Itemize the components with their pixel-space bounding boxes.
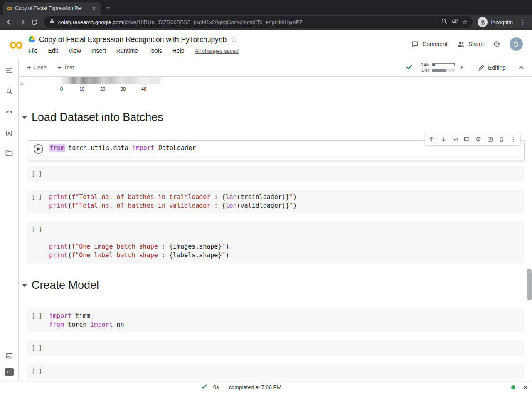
zoom-icon[interactable]	[441, 17, 448, 27]
variables-icon[interactable]: {x}	[4, 128, 14, 138]
code-token: torch	[64, 321, 90, 328]
code-editor[interactable]: import timmfrom torch import nn	[49, 312, 525, 329]
add-comment-button[interactable]	[461, 134, 473, 145]
bookmark-star-icon[interactable]: ☆	[462, 18, 468, 26]
code-token: print	[49, 202, 68, 209]
plus-icon: +	[57, 64, 62, 71]
open-in-tab-button[interactable]	[484, 134, 496, 145]
command-palette-icon[interactable]	[4, 351, 14, 361]
chevron-down-icon[interactable]: ▾	[461, 65, 463, 70]
terminal-icon[interactable]: >_	[5, 368, 14, 376]
code-cell-imports[interactable]: [ ] import timmfrom torch import nn	[27, 308, 525, 332]
move-cell-down-button[interactable]	[438, 134, 449, 145]
new-tab-button[interactable]: +	[106, 3, 111, 12]
code-cell-batch-shapes[interactable]: [ ] print(f"One image batch shape : {ima…	[27, 222, 525, 263]
code-token: (trainloader)}	[237, 193, 289, 201]
search-icon[interactable]	[4, 86, 14, 96]
code-token: )	[293, 202, 297, 209]
menu-bar: File Edit View Insert Runtime Tools Help…	[28, 47, 411, 54]
code-token: len	[225, 202, 236, 209]
link-to-cell-button[interactable]	[449, 134, 461, 145]
menu-edit[interactable]: Edit	[48, 47, 58, 54]
code-cell-dataloader[interactable]: ⚙ ⋮ from torch.utils.data import DataLoa…	[27, 140, 525, 160]
code-editor[interactable]	[49, 367, 525, 376]
code-editor[interactable]: print(f"Total no. of batches in trainloa…	[49, 193, 525, 210]
colab-favicon-icon: ∞	[7, 5, 12, 12]
code-token: print	[49, 193, 68, 201]
section-collapse-icon[interactable]	[22, 116, 27, 119]
menu-tools[interactable]: Tools	[148, 47, 162, 54]
menu-insert[interactable]: Insert	[91, 47, 106, 54]
forward-icon[interactable]	[16, 16, 28, 28]
star-notebook-icon[interactable]: ☆	[230, 35, 237, 44]
browser-menu-icon[interactable]: ⋮	[517, 18, 529, 26]
run-cell-button[interactable]	[27, 144, 49, 154]
browser-tab-strip: ∞ Copy of Facial Expression Re ✕ +	[0, 0, 532, 15]
code-token: print	[49, 243, 68, 250]
cell-prompt: [ ]	[27, 344, 49, 352]
add-code-button[interactable]: + Code	[27, 64, 47, 71]
toolbar-divider	[471, 63, 471, 73]
code-snippets-icon[interactable]: <>	[4, 107, 14, 117]
delete-cell-button[interactable]	[496, 134, 507, 145]
incognito-label: Incognito	[491, 19, 513, 25]
share-button[interactable]: Share	[457, 40, 484, 48]
files-folder-icon[interactable]	[4, 148, 14, 158]
notebook-title[interactable]: Copy of Facial Expression Recognition wi…	[39, 35, 227, 44]
browser-tab[interactable]: ∞ Copy of Facial Expression Re ✕	[3, 2, 101, 15]
settings-gear-icon[interactable]: ⚙	[493, 39, 500, 49]
tab-title: Copy of Facial Expression Re	[15, 5, 88, 11]
section-collapse-icon[interactable]	[22, 284, 27, 287]
colab-header: ∞ Copy of Facial Expression Recognition …	[0, 30, 532, 59]
table-of-contents-icon[interactable]	[4, 65, 14, 75]
cell-menu-kebab-icon[interactable]: ⋮	[507, 134, 519, 145]
code-cell-empty[interactable]: [ ]	[27, 340, 525, 356]
save-status-link[interactable]: All changes saved	[195, 48, 239, 54]
code-editor[interactable]: print(f"One image batch shape : {images.…	[49, 225, 525, 260]
avatar[interactable]: D	[510, 37, 523, 51]
code-editor[interactable]	[49, 170, 525, 178]
comment-button[interactable]: Comment	[411, 40, 448, 48]
resource-monitor[interactable]: RAM Disk ▾	[419, 63, 463, 73]
code-editor[interactable]	[49, 344, 525, 352]
url-bar[interactable]: colab.research.google.com/drive/18RUn_l5…	[44, 16, 473, 28]
menu-help[interactable]: Help	[172, 47, 185, 54]
axis-tick-label: 20	[100, 86, 105, 91]
status-time: 0s	[213, 384, 219, 390]
section-heading-load-dataset[interactable]: Load Dataset into Batches	[22, 111, 525, 124]
tab-close-icon[interactable]: ✕	[91, 5, 97, 11]
menu-file[interactable]: File	[28, 47, 38, 54]
cell-prompt: [ ]	[27, 170, 49, 178]
code-cell-empty[interactable]: [ ]	[27, 364, 525, 379]
section-title: Create Model	[32, 279, 99, 292]
code-token: torch.utils.data	[64, 144, 132, 152]
chevron-up-icon[interactable]	[518, 64, 525, 71]
back-icon[interactable]	[3, 16, 16, 28]
menu-runtime[interactable]: Runtime	[116, 47, 138, 54]
status-bar: 0s completed at 7:06 PM ✕	[0, 381, 532, 393]
section-heading-create-model[interactable]: Create Model	[22, 279, 525, 292]
code-token: import	[90, 321, 113, 328]
colab-logo-icon[interactable]: ∞	[4, 31, 28, 57]
ram-label: RAM	[419, 63, 430, 67]
incognito-indicator[interactable]: Incognito	[478, 17, 513, 27]
editing-mode-button[interactable]: Editing	[478, 64, 506, 71]
axis-tick	[123, 84, 123, 86]
runtime-check-icon	[406, 63, 413, 72]
disk-label: Disk	[419, 68, 430, 73]
menu-view[interactable]: View	[69, 47, 81, 54]
output-plot-image	[62, 77, 160, 84]
add-text-button[interactable]: + Text	[57, 64, 74, 71]
reload-icon[interactable]	[28, 16, 41, 28]
cell-settings-gear-icon[interactable]: ⚙	[473, 134, 484, 145]
code-token: import	[132, 144, 155, 152]
code-cell-empty[interactable]: [ ]	[27, 166, 525, 182]
status-close-icon[interactable]: ✕	[523, 384, 528, 391]
scrollbar-thumb[interactable]	[527, 269, 532, 300]
code-token: "	[289, 202, 293, 209]
move-cell-up-button[interactable]	[426, 134, 438, 145]
code-token: {images.shape}	[169, 243, 222, 250]
eye-off-icon[interactable]	[451, 17, 459, 27]
code-cell-batch-counts[interactable]: [ ] print(f"Total no. of batches in trai…	[27, 190, 525, 214]
comment-icon	[411, 40, 419, 48]
